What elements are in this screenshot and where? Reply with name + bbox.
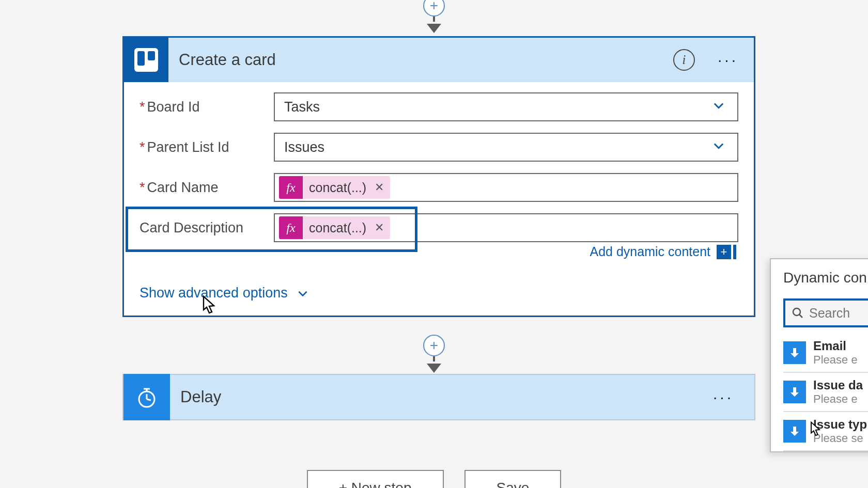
form-field-icon [783,341,806,364]
fx-icon: fx [279,176,303,199]
dynamic-item[interactable]: Issue da Please e [783,373,868,412]
svg-line-2 [147,399,151,400]
flow-connector-mid: + [423,335,445,373]
expression-token[interactable]: fx concat(...) ✕ [279,216,390,239]
form-field-icon [783,381,806,403]
more-menu-icon[interactable]: ··· [713,388,734,406]
action-create-card: Create a card i ··· *Board Id Tasks *Par… [122,36,755,317]
arrow-down-icon [427,364,441,373]
input-card-description[interactable]: fx concat(...) ✕ [274,213,738,242]
form-field-icon [783,420,806,443]
expression-token[interactable]: fx concat(...) ✕ [279,176,390,199]
more-menu-icon[interactable]: ··· [718,51,738,69]
action-delay[interactable]: Delay ··· [122,374,755,420]
field-board-id: *Board Id Tasks [140,92,738,121]
label-board-id: *Board Id [140,99,274,115]
action-header[interactable]: Create a card i ··· [124,38,754,82]
info-icon[interactable]: i [673,49,695,71]
chevron-down-icon [711,98,726,116]
arrow-down-icon [427,24,441,33]
field-card-description: Card Description fx concat(...) ✕ [140,213,738,242]
label-parent-list-id: *Parent List Id [140,139,274,155]
dropdown-parent-list-id[interactable]: Issues [274,133,738,162]
action-title: Create a card [168,51,673,69]
svg-point-5 [793,308,800,316]
svg-line-6 [799,314,802,318]
new-step-button[interactable]: + New step [307,470,444,488]
add-step-button[interactable]: + [423,335,445,356]
save-button[interactable]: Save [464,470,562,488]
fx-icon: fx [279,216,303,239]
remove-token-icon[interactable]: ✕ [373,181,390,194]
field-card-name: *Card Name fx concat(...) ✕ [140,173,738,202]
trello-icon [124,38,168,82]
clock-icon [123,374,170,420]
dynamic-item[interactable]: Email Please e [783,334,868,373]
dropdown-board-id[interactable]: Tasks [274,92,738,121]
show-advanced-options-link[interactable]: Show advanced options [140,285,309,301]
input-card-name[interactable]: fx concat(...) ✕ [274,173,738,202]
plus-icon: + [717,245,731,259]
dynamic-panel-title: Dynamic con [783,270,868,286]
field-parent-list-id: *Parent List Id Issues [140,133,738,162]
label-card-name: *Card Name [140,180,274,196]
remove-token-icon[interactable]: ✕ [373,221,390,234]
add-dynamic-content-link[interactable]: Add dynamic content + [140,244,736,259]
chevron-down-icon [711,138,726,156]
flow-connector-top: + [423,0,445,33]
add-step-button[interactable]: + [423,0,445,17]
dynamic-content-panel: Dynamic con Email Please e Issue da Plea… [770,258,868,452]
search-icon [792,307,804,319]
chevron-down-icon [296,287,309,300]
dynamic-search-input[interactable] [783,298,868,327]
delay-title: Delay [170,388,713,406]
dynamic-item[interactable]: Issue typ Please se [783,412,868,451]
label-card-description: Card Description [140,220,274,236]
